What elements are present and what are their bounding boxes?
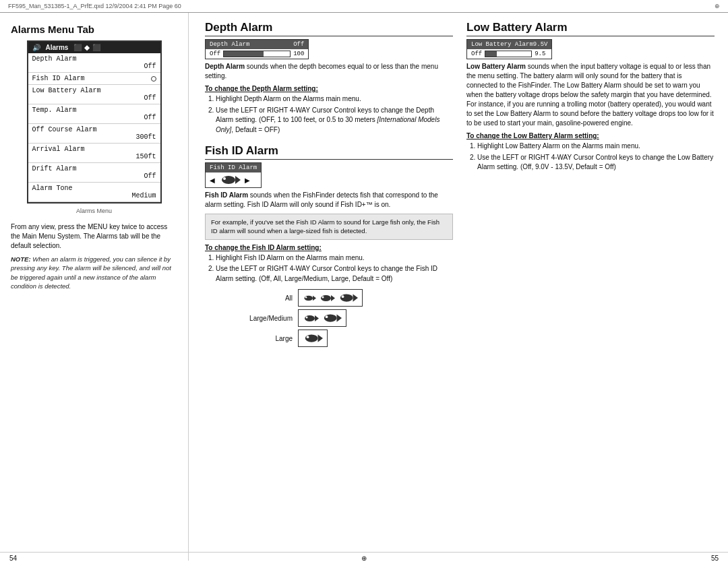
menu-item-low-battery[interactable]: Low Battery Alarm Off: [28, 85, 160, 104]
menu-item-alarm-tone[interactable]: Alarm Tone Medium: [28, 183, 160, 202]
low-batt-step-1: Highlight Low Battery Alarm on the Alarm…: [477, 142, 715, 152]
fish-size-large-medium: Large/Medium: [245, 309, 453, 327]
page-header: FF595_Man_531385-1_A_PrfE.qxd 12/9/2004 …: [0, 0, 728, 13]
depth-progress-inner: [224, 51, 264, 57]
alarms-menu-tab-title: Alarms Menu Tab: [8, 24, 180, 35]
svg-marker-16: [337, 314, 342, 321]
svg-point-6: [321, 295, 331, 301]
col-right: Low Battery Alarm Low Battery Alarm 9.5V…: [466, 21, 715, 553]
fish-id-step-1: Highlight Fish ID Alarm on the Alarms ma…: [216, 253, 453, 263]
fish-icon-lm-2: [322, 312, 342, 324]
depth-alarm-header-value: Off: [293, 41, 304, 48]
menu-item-temp-alarm[interactable]: Temp. Alarm Off: [28, 104, 160, 124]
menu-item-depth-alarm[interactable]: Depth Alarm Off: [28, 53, 160, 73]
svg-point-18: [305, 334, 318, 342]
fish-icon-all-3: [338, 292, 358, 304]
svg-point-5: [305, 296, 307, 299]
page-number-left: 54: [9, 555, 17, 562]
fish-id-description: Fish ID Alarm sounds when the FishFinder…: [205, 191, 453, 210]
low-batt-widget-body: Off 9.5: [467, 49, 551, 59]
fish-id-widget-body: ◀ ▶: [206, 173, 261, 187]
intro-text-area: From any view, press the MENU key twice …: [8, 222, 180, 294]
alarms-menu-box: 🔊 Alarms ⬛ ◆ ⬛ Depth Alarm Off: [27, 40, 162, 203]
svg-point-11: [342, 295, 344, 298]
intro-paragraph: From any view, press the MENU key twice …: [11, 222, 177, 251]
depth-step-1: Highlight Depth Alarm on the Alarms main…: [216, 94, 453, 104]
fish-icon-large-1: [303, 332, 323, 344]
header-text: FF595_Man_531385-1_A_PrfE.qxd 12/9/2004 …: [8, 3, 181, 9]
main-content: Alarms Menu Tab 🔊 Alarms ⬛ ◆ ⬛ Depth Ala…: [0, 13, 728, 561]
note-paragraph: NOTE: When an alarm is triggered, you ca…: [11, 255, 177, 290]
depth-step-2: Use the LEFT or RIGHT 4-WAY Cursor Contr…: [216, 106, 453, 135]
fish-arrow-right: ▶: [245, 177, 250, 184]
menu-icon-1: ⬛: [73, 44, 82, 51]
fish-size-large: Large: [245, 330, 453, 347]
fish-id-change-header: To change the Fish ID Alarm setting:: [205, 244, 453, 251]
low-batt-bold: Low Battery Alarm: [466, 63, 526, 70]
depth-bold: Depth Alarm: [205, 63, 245, 70]
fish-id-gray-box: For example, if you've set the Fish ID A…: [205, 214, 453, 240]
svg-point-17: [326, 315, 328, 318]
low-batt-step-2: Use the LEFT or RIGHT 4-WAY Cursor Contr…: [477, 153, 715, 173]
svg-point-15: [324, 314, 337, 321]
menu-header-icons: ⬛ ◆ ⬛: [73, 44, 100, 51]
page-number-right: 55: [711, 555, 719, 562]
menu-item-off-course[interactable]: Off Course Alarm 300ft: [28, 124, 160, 144]
menu-item-drift-alarm[interactable]: Drift Alarm Off: [28, 163, 160, 183]
fish-id-bold: Fish ID Alarm: [205, 191, 248, 199]
svg-marker-10: [353, 294, 359, 301]
fish-size-all-label: All: [245, 294, 293, 302]
depth-alarm-header-label: Depth Alarm: [210, 41, 249, 48]
low-batt-off-label: Off: [471, 51, 482, 57]
low-batt-steps: Highlight Low Battery Alarm on the Alarm…: [477, 142, 715, 173]
low-batt-desc-text: sounds when the input battery voltage is…: [466, 63, 714, 127]
note-text: When an alarm is triggered, you can sile…: [11, 255, 171, 290]
depth-alarm-title: Depth Alarm: [205, 21, 453, 36]
header-crosshair: ⊕: [715, 3, 720, 9]
low-batt-progress-outer: [485, 51, 532, 57]
depth-alarm-widget: Depth Alarm Off Off 100: [205, 39, 309, 59]
fish-icons-large: [298, 330, 328, 347]
svg-marker-7: [331, 295, 335, 301]
menu-header: 🔊 Alarms ⬛ ◆ ⬛: [28, 42, 160, 53]
low-batt-widget-header: Low Battery Alarm 9.5V: [467, 40, 551, 49]
depth-steps: Highlight Depth Alarm on the Alarms main…: [216, 94, 453, 135]
right-columns: Depth Alarm Depth Alarm Off Off 100: [205, 21, 715, 553]
svg-marker-19: [318, 334, 324, 342]
fish-icon-all-1: [303, 294, 316, 303]
alarms-menu-caption: Alarms Menu: [76, 208, 112, 214]
menu-icon-3: ⬛: [92, 44, 100, 51]
svg-point-14: [306, 316, 308, 318]
note-label: NOTE:: [11, 255, 31, 263]
depth-alarm-section: Depth Alarm Depth Alarm Off Off 100: [205, 21, 453, 135]
depth-off-label: Off: [210, 51, 220, 57]
fish-size-large-label: Large: [245, 335, 293, 342]
fish-id-widget: Fish ID Alarm ◀ ▶: [205, 162, 262, 188]
depth-description: Depth Alarm sounds when the depth become…: [205, 62, 453, 81]
fish-id-alarm-title: Fish ID Alarm: [205, 144, 453, 160]
footer-crosshair: ⊕: [361, 555, 367, 562]
low-batt-change-header: To change the Low Battery Alarm setting:: [466, 132, 715, 139]
menu-item-fish-id-alarm[interactable]: Fish ID Alarm: [28, 73, 160, 85]
svg-point-20: [307, 336, 309, 338]
fish-arrow-left: ◀: [210, 177, 215, 184]
svg-marker-13: [315, 315, 319, 321]
fish-size-large-medium-label: Large/Medium: [245, 315, 293, 322]
fish-icons-all: [298, 289, 363, 307]
depth-bar-value: 100: [293, 51, 304, 57]
menu-icon-2: ◆: [84, 44, 90, 51]
svg-point-2: [223, 177, 226, 180]
depth-alarm-widget-header: Depth Alarm Off: [206, 40, 308, 49]
svg-point-0: [222, 176, 235, 184]
fish-id-step-2: Use the LEFT or RIGHT 4-WAY Cursor Contr…: [216, 264, 453, 284]
low-batt-progress-inner: [485, 51, 497, 57]
svg-point-12: [305, 315, 315, 321]
fish-sizes-illustration: All Large/Medium: [245, 289, 453, 347]
fish-id-circle: [151, 76, 156, 82]
svg-point-3: [305, 295, 313, 301]
menu-item-arrival-alarm[interactable]: Arrival Alarm 150ft: [28, 144, 160, 163]
depth-alarm-widget-body: Off 100: [206, 49, 308, 59]
fish-icon-all-2: [319, 293, 335, 303]
fish-id-widget-icon: [219, 174, 241, 186]
page-footer: 54 ⊕ 55: [0, 552, 728, 564]
